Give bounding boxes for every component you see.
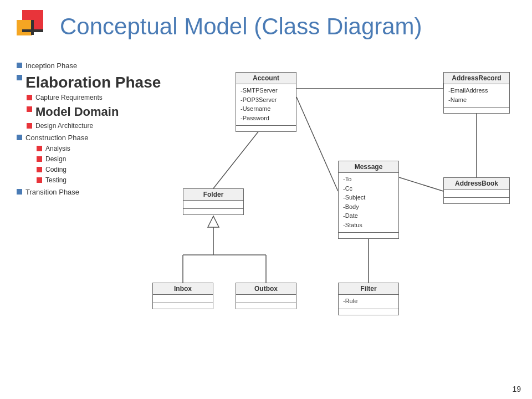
outline-label: Coding [45,165,66,175]
class-title: Account [236,73,296,84]
outline-label: Transition Phase [25,187,79,197]
class-body: -Rule [339,295,398,308]
class-title: AddressRecord [444,73,509,84]
page-number: 19 [512,385,521,393]
class-body [236,295,296,301]
bullet-icon [37,167,42,172]
bullet-icon [17,135,22,140]
outline-panel: Inception Phase Elaboration Phase Captur… [17,61,172,198]
class-title: Inbox [153,283,213,295]
message-class: Message -To -Cc -Subject -Body -Date -St… [338,161,399,239]
class-title: AddressBook [444,178,509,190]
page-title: Conceptual Model (Class Diagram) [60,13,422,40]
class-diagram: Account -SMTPServer -POP3Server -Usernam… [150,66,521,377]
inbox-class: Inbox [152,283,213,309]
class-body: -To -Cc -Subject -Body -Date -Status [339,173,398,231]
filter-class: Filter -Rule [338,283,399,315]
outline-label: Model Domain [35,104,119,121]
outline-label: Design [45,155,66,164]
class-body: -EmailAddress -Name [444,84,509,106]
outline-label: Construction Phase [25,133,88,143]
class-title: Filter [339,283,398,295]
addressbook-class: AddressBook [443,177,510,204]
svg-line-9 [399,177,443,191]
addressrecord-class: AddressRecord -EmailAddress -Name [443,72,510,114]
class-title: Outbox [236,283,296,295]
bullet-icon [27,95,32,100]
bullet-icon [27,106,32,112]
svg-line-1 [296,97,338,191]
svg-marker-7 [208,216,219,227]
bullet-icon [37,156,42,162]
class-body [444,190,509,196]
list-item: Construction Phase [17,133,172,143]
outline-label: Analysis [45,144,70,154]
outline-label: Elaboration Phase [25,73,161,92]
logo-icon [17,10,50,43]
class-title: Folder [183,189,243,201]
list-item: Inception Phase [17,61,172,71]
bullet-icon [17,189,22,195]
outline-label: Testing [45,176,66,185]
list-item: Transition Phase [17,187,172,197]
bullet-icon [17,75,22,80]
bullet-icon [17,63,22,68]
folder-class: Folder [183,188,244,215]
bullet-icon [27,123,32,129]
outline-label: Capture Requirements [35,93,103,103]
class-body [183,201,243,207]
class-title: Message [339,161,398,173]
outline-label: Design Architecture [35,121,93,131]
header: Conceptual Model (Class Diagram) [0,0,532,49]
class-body [153,295,213,301]
account-class: Account -SMTPServer -POP3Server -Usernam… [236,72,296,132]
outline-label: Inception Phase [25,61,77,71]
bullet-icon [37,146,42,151]
list-item: Elaboration Phase [17,73,172,92]
bullet-icon [37,177,42,183]
outbox-class: Outbox [236,283,296,309]
svg-line-0 [213,122,266,188]
class-body: -SMTPServer -POP3Server -Username -Passw… [236,84,296,124]
